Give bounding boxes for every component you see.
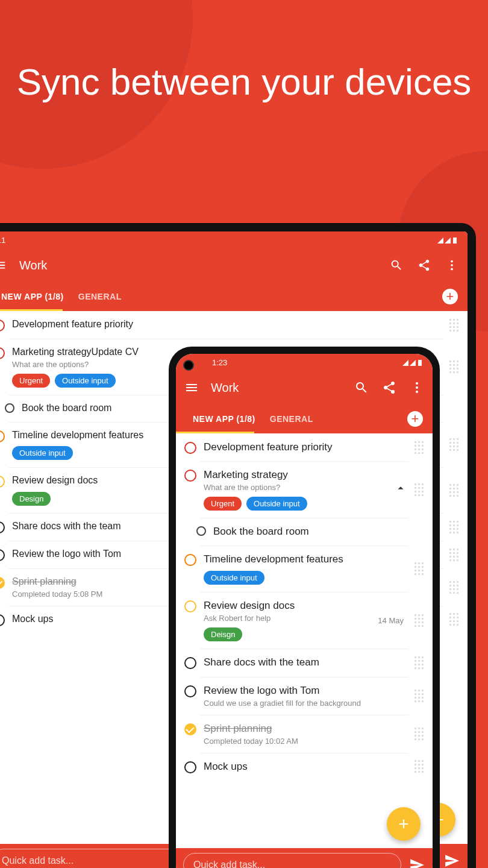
- task-title: Marketing strategy: [204, 468, 387, 482]
- status-bar: 5:11: [0, 231, 468, 248]
- drag-handle-icon[interactable]: [449, 581, 460, 594]
- svg-rect-4: [418, 360, 422, 366]
- checkbox-icon[interactable]: [184, 554, 196, 566]
- task-row[interactable]: Mock ups: [176, 753, 433, 781]
- task-subtitle: Completed today 10:02 AM: [204, 737, 407, 746]
- drag-handle-icon[interactable]: [414, 562, 425, 575]
- checkbox-icon[interactable]: [0, 614, 5, 626]
- checkbox-icon[interactable]: [0, 476, 5, 488]
- tab-new-app[interactable]: NEW APP (1/8): [0, 283, 71, 310]
- task-title: Development feature priority: [204, 441, 407, 454]
- app-bar: Work: [0, 248, 468, 282]
- add-tab-button[interactable]: +: [442, 289, 458, 304]
- drag-handle-icon[interactable]: [414, 760, 425, 773]
- task-title: Share docs with the team: [204, 656, 407, 669]
- checkbox-icon[interactable]: [184, 657, 196, 669]
- more-icon[interactable]: [443, 257, 460, 274]
- drag-handle-icon[interactable]: [449, 319, 460, 332]
- send-icon[interactable]: [408, 857, 425, 868]
- menu-icon[interactable]: [0, 257, 8, 274]
- tag-chip[interactable]: Outside input: [204, 571, 264, 585]
- checkbox-icon[interactable]: [0, 430, 5, 442]
- tag-chip[interactable]: Deisgn: [204, 627, 242, 641]
- drag-handle-icon[interactable]: [449, 438, 460, 451]
- phone-device-frame: 1:23 Work NEW APP (1/8) GENERAL +: [169, 347, 440, 868]
- task-content: Share docs with the team: [204, 656, 407, 669]
- task-subtitle: Could we use a gradiet fill for the back…: [204, 699, 407, 708]
- camera-hole: [183, 360, 194, 371]
- drag-handle-icon[interactable]: [449, 613, 460, 626]
- more-icon[interactable]: [408, 379, 425, 396]
- quick-add-placeholder: Quick add task...: [2, 855, 74, 866]
- send-icon[interactable]: [443, 852, 460, 868]
- drag-handle-icon[interactable]: [449, 549, 460, 561]
- quick-add-input[interactable]: Quick add task...: [183, 853, 401, 868]
- task-title: Review design docs: [204, 599, 371, 612]
- task-row[interactable]: Development feature priority: [176, 433, 433, 461]
- drag-handle-icon[interactable]: [414, 728, 425, 740]
- tab-general[interactable]: GENERAL: [263, 406, 321, 432]
- drag-handle-icon[interactable]: [414, 483, 425, 496]
- tab-row: NEW APP (1/8) GENERAL +: [176, 404, 433, 433]
- checkbox-icon[interactable]: [5, 403, 14, 413]
- task-list-phone: Development feature priorityMarketing st…: [176, 433, 433, 781]
- task-row[interactable]: Review design docsAsk Robert for helpDei…: [176, 592, 433, 649]
- app-title: Work: [211, 381, 342, 395]
- quick-add-placeholder: Quick add task...: [193, 860, 265, 868]
- status-icons: [437, 235, 461, 245]
- task-row[interactable]: Timeline development featuresOutside inp…: [176, 546, 433, 592]
- svg-point-3: [451, 268, 453, 271]
- share-icon[interactable]: [416, 257, 433, 274]
- tag-chip[interactable]: Urgent: [12, 374, 50, 388]
- drag-handle-icon[interactable]: [414, 690, 425, 702]
- phone-screen: 1:23 Work NEW APP (1/8) GENERAL +: [176, 354, 433, 868]
- drag-handle-icon[interactable]: [414, 656, 425, 669]
- checkbox-icon[interactable]: [0, 319, 5, 332]
- task-row[interactable]: Sprint planningCompleted today 10:02 AM: [176, 715, 433, 753]
- checkbox-icon[interactable]: [184, 442, 196, 454]
- checkbox-icon[interactable]: [184, 685, 196, 697]
- drag-handle-icon[interactable]: [449, 484, 460, 497]
- checkbox-icon[interactable]: [0, 347, 5, 359]
- tag-chip[interactable]: Urgent: [204, 497, 242, 511]
- checkbox-done-icon[interactable]: [0, 577, 5, 589]
- checkbox-done-icon[interactable]: [184, 723, 196, 735]
- menu-icon[interactable]: [183, 379, 200, 396]
- share-icon[interactable]: [381, 379, 398, 396]
- add-tab-button[interactable]: +: [407, 411, 423, 427]
- tab-general[interactable]: GENERAL: [71, 283, 129, 310]
- task-row[interactable]: Marketing strategyWhat are the options?U…: [176, 461, 433, 518]
- task-content: Development feature priority: [12, 318, 442, 331]
- tag-chip[interactable]: Design: [12, 492, 51, 506]
- tag-chip[interactable]: Outside input: [246, 497, 307, 511]
- tab-new-app[interactable]: NEW APP (1/8): [186, 406, 263, 432]
- search-icon[interactable]: [388, 257, 405, 274]
- tag-chip[interactable]: Outside input: [12, 446, 73, 460]
- app-bar: Work: [176, 371, 433, 404]
- drag-handle-icon[interactable]: [414, 614, 425, 627]
- chevron-up-icon[interactable]: [394, 482, 407, 497]
- drag-handle-icon[interactable]: [449, 521, 460, 533]
- checkbox-icon[interactable]: [184, 600, 196, 612]
- task-subtitle: Ask Robert for help: [204, 614, 371, 623]
- task-row[interactable]: Review the logo with TomCould we use a g…: [176, 677, 433, 715]
- task-row[interactable]: Share docs with the team: [176, 649, 433, 676]
- task-content: Review the logo with TomCould we use a g…: [204, 684, 407, 708]
- checkbox-icon[interactable]: [196, 526, 206, 536]
- task-content: Mock ups: [204, 760, 407, 773]
- checkbox-icon[interactable]: [184, 470, 196, 482]
- drag-handle-icon[interactable]: [449, 360, 460, 373]
- tag-chip[interactable]: Outside input: [55, 374, 116, 388]
- checkbox-icon[interactable]: [184, 761, 196, 773]
- subtask-row[interactable]: Book the board room: [176, 518, 433, 546]
- checkbox-icon[interactable]: [0, 549, 5, 561]
- task-content: Book the board room: [213, 525, 425, 538]
- fab-add-task[interactable]: +: [387, 807, 421, 841]
- status-icons: [402, 357, 427, 367]
- checkbox-icon[interactable]: [0, 521, 5, 533]
- drag-handle-icon[interactable]: [414, 441, 425, 454]
- search-icon[interactable]: [353, 379, 370, 396]
- svg-rect-0: [453, 237, 457, 244]
- svg-point-5: [416, 382, 418, 385]
- task-row[interactable]: Development feature priority: [0, 311, 468, 339]
